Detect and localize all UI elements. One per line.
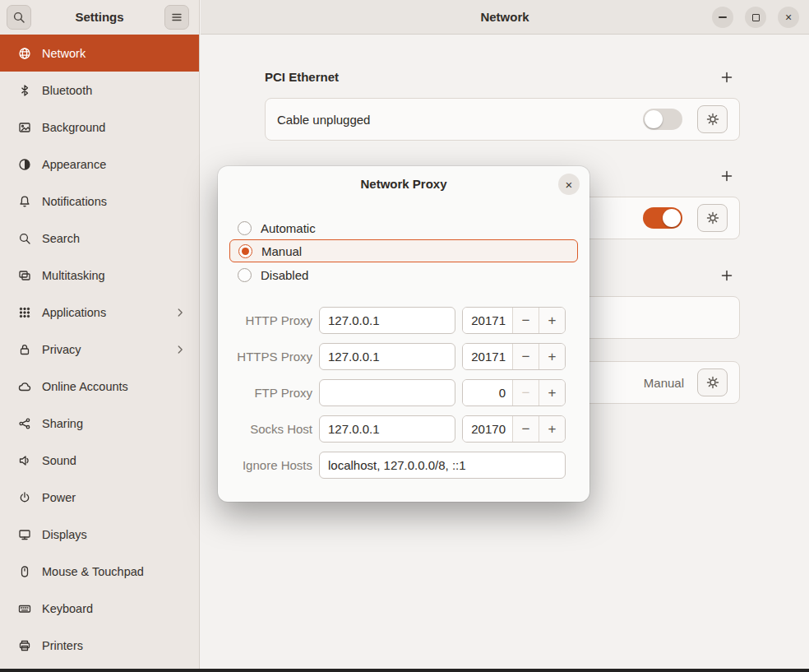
decrement-button[interactable]: −: [512, 308, 539, 333]
radio-row-disabled[interactable]: Disabled: [229, 263, 578, 286]
sidebar-item-online-accounts[interactable]: Online Accounts: [0, 368, 199, 405]
decrement-button[interactable]: −: [512, 416, 539, 442]
http-proxy-host-input[interactable]: [319, 307, 455, 334]
sidebar-header: Settings: [0, 0, 199, 35]
sidebar-item-label: Online Accounts: [42, 380, 199, 393]
sidebar-item-search[interactable]: Search: [0, 220, 199, 257]
sidebar-item-label: Applications: [42, 306, 164, 319]
displays-icon: [18, 528, 31, 541]
sidebar-item-label: Notifications: [42, 195, 199, 208]
https-proxy-label: HTTPS Proxy: [218, 350, 312, 364]
sidebar-item-label: Multitasking: [42, 269, 199, 282]
sidebar-item-sharing[interactable]: Sharing: [0, 405, 199, 442]
minimize-button[interactable]: [712, 7, 733, 28]
sidebar-item-label: Power: [42, 491, 199, 504]
ethernet-card: Cable unplugged: [265, 98, 740, 141]
sidebar-item-label: Printers: [42, 639, 199, 652]
search-icon: [18, 232, 31, 245]
https-proxy-host-input[interactable]: [319, 343, 455, 370]
socks-host-label: Socks Host: [218, 422, 312, 436]
socks-host-row: Socks Host − +: [218, 415, 589, 443]
sidebar-item-multitasking[interactable]: Multitasking: [0, 257, 199, 294]
https-proxy-port-spinner: − +: [462, 343, 566, 370]
increment-button[interactable]: +: [539, 380, 565, 406]
sidebar-item-label: Background: [42, 121, 199, 134]
plus-icon: [720, 269, 733, 282]
sidebar-item-printers[interactable]: Printers: [0, 627, 199, 664]
increment-button[interactable]: +: [539, 416, 565, 442]
sidebar-item-label: Network: [42, 47, 199, 60]
sidebar-item-network[interactable]: Network: [0, 35, 199, 72]
network-proxy-dialog: Network Proxy × Automatic Manual Disable…: [218, 166, 589, 502]
radio-automatic[interactable]: [238, 221, 252, 235]
decrement-button[interactable]: −: [512, 344, 539, 369]
dialog-titlebar: Network Proxy ×: [218, 166, 589, 202]
appearance-icon: [18, 158, 31, 171]
sidebar-item-label: Sharing: [42, 417, 199, 430]
sidebar-item-bluetooth[interactable]: Bluetooth: [0, 72, 199, 109]
sidebar-item-label: Appearance: [42, 158, 199, 171]
connection-status-label: Cable unplugged: [277, 113, 643, 127]
increment-button[interactable]: +: [539, 308, 565, 333]
sidebar-item-privacy[interactable]: Privacy: [0, 331, 199, 368]
settings-window: Settings Network Bluetooth Background: [0, 0, 809, 672]
keyboard-icon: [18, 602, 31, 615]
sidebar-item-keyboard[interactable]: Keyboard: [0, 590, 199, 627]
gear-icon: [706, 211, 719, 225]
proxy-mode-value: Manual: [644, 376, 684, 390]
connection-toggle[interactable]: [643, 207, 682, 229]
main-headerbar: Network ×: [201, 0, 809, 35]
connection-settings-button[interactable]: [697, 204, 728, 232]
hamburger-icon: [170, 11, 183, 24]
sidebar-item-label: Bluetooth: [42, 84, 199, 97]
ftp-proxy-host-input[interactable]: [319, 379, 455, 406]
radio-disabled[interactable]: [238, 268, 252, 282]
sidebar-item-label: Mouse & Touchpad: [42, 565, 199, 578]
radio-manual[interactable]: [238, 244, 252, 258]
add-connection-button[interactable]: [717, 166, 737, 186]
toggle-knob: [645, 110, 663, 128]
http-proxy-port-input[interactable]: [463, 308, 512, 333]
sidebar-item-mouse-touchpad[interactable]: Mouse & Touchpad: [0, 553, 199, 590]
sidebar-item-label: Keyboard: [42, 602, 199, 615]
ftp-proxy-port-input[interactable]: [463, 380, 512, 406]
close-icon: ×: [566, 178, 573, 192]
gear-icon: [706, 113, 719, 126]
close-button[interactable]: ×: [778, 7, 799, 28]
toggle-knob: [663, 209, 681, 227]
menu-button[interactable]: [164, 5, 189, 30]
sidebar-item-appearance[interactable]: Appearance: [0, 146, 199, 183]
sound-icon: [18, 454, 31, 467]
radio-row-manual[interactable]: Manual: [229, 239, 578, 262]
decrement-button[interactable]: −: [512, 380, 539, 406]
privacy-lock-icon: [18, 343, 31, 356]
connection-toggle[interactable]: [643, 109, 682, 130]
dialog-title: Network Proxy: [218, 166, 589, 202]
proxy-settings-button[interactable]: [697, 368, 728, 396]
sidebar-item-background[interactable]: Background: [0, 109, 199, 146]
close-icon: ×: [785, 11, 792, 24]
increment-button[interactable]: +: [539, 344, 565, 369]
sidebar-item-applications[interactable]: Applications: [0, 294, 199, 331]
radio-label: Manual: [261, 244, 302, 258]
socks-host-input[interactable]: [319, 415, 455, 443]
connection-settings-button[interactable]: [697, 105, 728, 133]
maximize-button[interactable]: [745, 7, 766, 28]
add-connection-button[interactable]: [717, 67, 737, 87]
gear-icon: [706, 376, 719, 389]
http-proxy-port-spinner: − +: [462, 307, 566, 334]
sidebar-item-power[interactable]: Power: [0, 479, 199, 516]
ignore-hosts-input[interactable]: [319, 452, 566, 479]
radio-row-automatic[interactable]: Automatic: [229, 216, 578, 239]
sidebar-item-notifications[interactable]: Notifications: [0, 183, 199, 220]
mouse-touchpad-icon: [18, 565, 31, 578]
dialog-close-button[interactable]: ×: [558, 174, 580, 195]
ignore-hosts-row: Ignore Hosts: [218, 451, 589, 479]
sidebar-item-displays[interactable]: Displays: [0, 516, 199, 553]
socks-port-input[interactable]: [463, 416, 512, 442]
https-proxy-port-input[interactable]: [463, 344, 512, 369]
add-vpn-button[interactable]: [717, 266, 737, 285]
sidebar-list: Network Bluetooth Background Appearance …: [0, 35, 199, 664]
sidebar-item-sound[interactable]: Sound: [0, 442, 199, 479]
notifications-icon: [18, 195, 31, 208]
